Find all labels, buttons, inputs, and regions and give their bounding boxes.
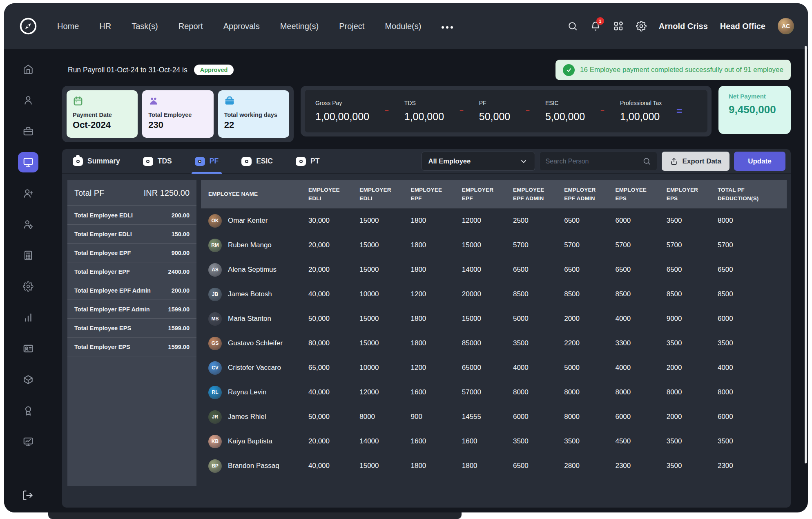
employee-filter-dropdown[interactable]: All Employee bbox=[422, 152, 535, 171]
table-row: ASAlena Septimus20,000150001800140006500… bbox=[201, 257, 787, 282]
user-avatar[interactable]: AC bbox=[778, 18, 794, 34]
pay-item-pf: PF50,000 bbox=[479, 100, 510, 123]
nav-item-project[interactable]: Project bbox=[339, 22, 364, 31]
table-row: GSGustavo Schleifer80,000150001800850003… bbox=[201, 331, 787, 356]
id-card-icon[interactable] bbox=[22, 342, 34, 355]
employee-name[interactable]: James Rhiel bbox=[228, 413, 266, 421]
nav-item-meeting-s[interactable]: Meeting(s) bbox=[280, 22, 319, 31]
cell-value: 1800 bbox=[462, 462, 513, 470]
nav-item-approvals[interactable]: Approvals bbox=[223, 22, 260, 31]
employees-icon[interactable] bbox=[22, 94, 34, 106]
add-user-icon[interactable] bbox=[22, 187, 34, 199]
monitor-chart-icon[interactable] bbox=[22, 436, 34, 448]
employee-name[interactable]: Omar Kenter bbox=[228, 217, 268, 225]
cell-value: 3500 bbox=[667, 217, 718, 225]
tab-tds[interactable]: TDS bbox=[143, 149, 172, 173]
settings-icon[interactable] bbox=[22, 280, 34, 293]
top-navbar: HomeHRTask(s)ReportApprovalsMeeting(s)Pr… bbox=[4, 3, 808, 49]
summary-card-payment-date: Payment DateOct-2024 bbox=[67, 90, 138, 138]
tab-summary[interactable]: Summary bbox=[73, 149, 120, 173]
cell-value: 3500 bbox=[667, 462, 718, 470]
employee-name[interactable]: Kaiya Baptista bbox=[228, 437, 272, 445]
summary-card-label: Payment Date bbox=[73, 112, 132, 118]
cell-value: 8500 bbox=[718, 290, 787, 298]
employee-name[interactable]: Cristofer Vaccaro bbox=[228, 364, 281, 372]
employee-name[interactable]: James Botosh bbox=[228, 290, 272, 298]
apps-grid-icon[interactable] bbox=[613, 21, 624, 31]
employee-name-cell: KBKaiya Baptista bbox=[208, 435, 308, 448]
cell-value: 1800 bbox=[410, 462, 462, 470]
user-name[interactable]: Arnold Criss bbox=[659, 22, 708, 31]
award-icon[interactable] bbox=[22, 405, 34, 417]
cell-value: 6500 bbox=[513, 266, 564, 274]
employee-name-cell: MSMaria Stanton bbox=[208, 312, 308, 326]
table-row: JRJames Rhiel50,000800090014555600080006… bbox=[201, 405, 787, 429]
column-header-employee-eps: EMPLOYEEEPS bbox=[615, 186, 666, 203]
chevron-down-icon bbox=[519, 157, 528, 166]
cell-value: 6000 bbox=[718, 413, 787, 421]
cell-value: 20000 bbox=[462, 290, 513, 298]
tab-esic[interactable]: ESIC bbox=[241, 149, 273, 173]
search-person-input[interactable] bbox=[546, 158, 642, 165]
search-icon[interactable] bbox=[567, 21, 578, 31]
employee-name[interactable]: Brandon Passaq bbox=[228, 462, 279, 470]
cell-value: 14000 bbox=[359, 437, 410, 445]
employee-name[interactable]: Ruben Mango bbox=[228, 241, 272, 249]
cell-value: 6500 bbox=[718, 266, 787, 274]
minus-icon: − bbox=[444, 107, 479, 115]
avatar: MS bbox=[208, 312, 222, 326]
briefcase-icon bbox=[224, 96, 235, 106]
pf-total-row-total-employer-edli: Total Employer EDLI150.00 bbox=[67, 225, 196, 244]
bar-chart-icon[interactable] bbox=[22, 311, 34, 324]
nav-more-icon[interactable] bbox=[442, 24, 453, 29]
pf-total-row-total-employee-epf: Total Employee EPF900.00 bbox=[67, 244, 196, 262]
cell-value: 1200 bbox=[410, 290, 462, 298]
tab-pf[interactable]: PF bbox=[195, 149, 219, 173]
scrollbar[interactable] bbox=[805, 46, 807, 463]
cell-value: 1800 bbox=[410, 266, 462, 274]
workspace-icon[interactable] bbox=[18, 152, 38, 172]
pf-total-row-total-employee-edli: Total Employee EDLI200.00 bbox=[67, 206, 196, 225]
nav-item-report[interactable]: Report bbox=[178, 22, 203, 31]
tab-pt[interactable]: PT bbox=[296, 149, 319, 173]
nav-item-task-s[interactable]: Task(s) bbox=[132, 22, 158, 31]
nav-item-module-s[interactable]: Module(s) bbox=[385, 22, 421, 31]
cell-value: 2200 bbox=[564, 339, 615, 347]
pay-item-esic: ESIC5,00,000 bbox=[545, 100, 585, 123]
logout-icon[interactable] bbox=[22, 490, 34, 502]
office-selector[interactable]: Head Office bbox=[720, 22, 765, 31]
table-row: RMRuben Mango20,000150001800150005700570… bbox=[201, 233, 787, 257]
payout-icon[interactable] bbox=[22, 374, 34, 386]
table-row: KBKaiya Baptista20,000140001600160035003… bbox=[201, 429, 787, 454]
notifications-bell-icon[interactable]: 1 bbox=[590, 21, 601, 31]
app-logo[interactable] bbox=[4, 17, 52, 35]
employee-name[interactable]: Rayna Levin bbox=[228, 388, 267, 396]
cell-value: 40,000 bbox=[308, 388, 359, 396]
gear-icon[interactable] bbox=[636, 21, 647, 31]
update-button[interactable]: Update bbox=[734, 152, 785, 171]
tab-label: Summary bbox=[87, 157, 120, 166]
user-settings-icon[interactable] bbox=[22, 218, 34, 230]
net-payment-value: 9,450,000 bbox=[729, 103, 791, 116]
export-data-button[interactable]: Export Data bbox=[662, 152, 729, 171]
employee-name[interactable]: Gustavo Schleifer bbox=[228, 339, 283, 347]
status-badge: Approved bbox=[194, 65, 234, 75]
pf-total-value: 1599.00 bbox=[168, 325, 190, 331]
summary-card-value: Oct-2024 bbox=[73, 120, 132, 130]
employee-name-cell: JBJames Botosh bbox=[208, 288, 308, 301]
home-icon[interactable] bbox=[22, 63, 34, 75]
pf-total-label: Total Employer EDLI bbox=[74, 231, 132, 237]
table-row: MSMaria Stanton50,0001500018001500050002… bbox=[201, 306, 787, 331]
cell-value: 6000 bbox=[615, 217, 666, 225]
employee-name-cell: BPBrandon Passaq bbox=[208, 459, 308, 473]
nav-item-hr[interactable]: HR bbox=[99, 22, 111, 31]
cell-value: 50,000 bbox=[308, 315, 359, 323]
briefcase-icon[interactable] bbox=[22, 125, 34, 137]
employee-name-cell: CVCristofer Vaccaro bbox=[208, 361, 308, 375]
nav-item-home[interactable]: Home bbox=[57, 22, 79, 31]
employee-name[interactable]: Alena Septimus bbox=[228, 266, 277, 274]
employee-name[interactable]: Maria Stanton bbox=[228, 315, 271, 323]
cell-value: 1800 bbox=[410, 315, 462, 323]
calculator-icon[interactable] bbox=[22, 249, 34, 262]
table-row: JBJames Botosh40,00010000120020000850085… bbox=[201, 282, 787, 306]
